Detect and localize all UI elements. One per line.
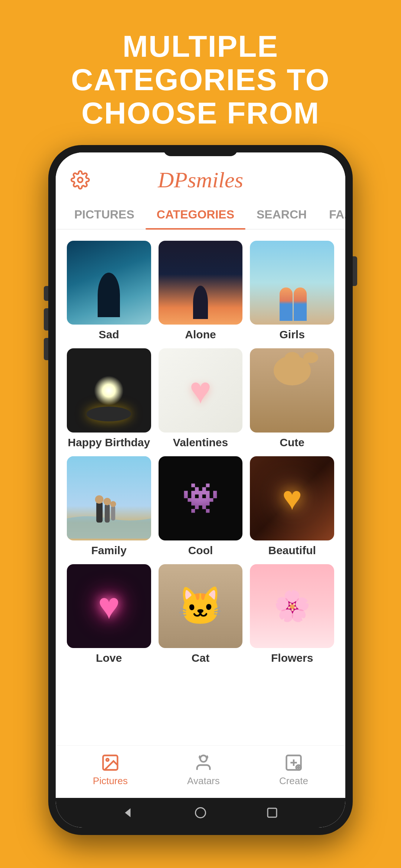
tab-bar: PICTURES CATEGORIES SEARCH FA... [56,200,345,230]
nav-pictures-label: Pictures [93,775,128,787]
category-flowers-thumb [250,564,334,648]
category-family-label: Family [91,544,127,557]
category-valentines-thumb [159,348,243,433]
svg-point-18 [195,808,205,818]
svg-point-7 [110,501,116,507]
svg-point-9 [106,759,109,761]
category-alone-label: Alone [185,328,216,341]
tab-pictures[interactable]: PICTURES [63,200,146,229]
categories-grid: Sad Alone Girls Happy Birthday Val [67,241,334,665]
category-birthday-thumb [67,348,151,433]
nav-avatars-label: Avatars [187,775,220,787]
category-cute[interactable]: Cute [250,348,334,449]
android-nav-bar [56,798,345,828]
category-cat-label: Cat [192,652,209,664]
category-sad-thumb [67,241,151,325]
bottom-nav: Pictures Avatars [56,745,345,798]
pictures-nav-icon [101,753,120,772]
category-happy-birthday[interactable]: Happy Birthday [67,348,151,449]
category-cool-label: Cool [188,544,213,557]
content-area: Sad Alone Girls Happy Birthday Val [56,230,345,745]
svg-point-5 [104,498,111,505]
nav-create-label: Create [279,775,308,787]
svg-point-3 [95,495,104,504]
category-cat[interactable]: Cat [159,564,243,665]
phone-screen: DPsmiles PICTURES CATEGORIES SEARCH FA..… [56,152,345,828]
android-back-button[interactable] [121,805,136,820]
category-girls-thumb [250,241,334,325]
header-title: MULTIPLE CATEGORIES TO CHOOSE FROM [22,30,379,130]
svg-rect-4 [105,504,110,523]
category-girls-label: Girls [279,328,304,341]
category-birthday-label: Happy Birthday [68,436,150,449]
svg-point-0 [78,178,83,183]
category-cat-thumb [159,564,243,648]
category-alone[interactable]: Alone [159,241,243,341]
app-header: DPsmiles [56,152,345,200]
nav-pictures[interactable]: Pictures [93,753,128,787]
category-cool-thumb [159,456,243,540]
nav-create[interactable]: Create [279,753,308,787]
category-valentines-label: Valentines [173,436,228,449]
volume-up-button [44,308,48,331]
page-header: MULTIPLE CATEGORIES TO CHOOSE FROM [0,30,401,130]
settings-icon[interactable] [71,170,90,190]
svg-rect-6 [111,506,115,520]
avatars-nav-icon [194,753,213,772]
nav-avatars[interactable]: Avatars [187,753,220,787]
svg-marker-17 [125,808,130,817]
android-home-button[interactable] [193,805,208,820]
category-beautiful-label: Beautiful [268,544,316,557]
svg-point-10 [200,755,206,762]
category-flowers[interactable]: Flowers [250,564,334,665]
category-cool[interactable]: Cool [159,456,243,557]
svg-rect-19 [268,808,277,817]
category-cute-label: Cute [280,436,304,449]
tab-favorites[interactable]: FA... [318,200,345,229]
phone-frame: DPsmiles PICTURES CATEGORIES SEARCH FA..… [48,145,353,835]
volume-down-button [44,338,48,360]
category-beautiful-thumb [250,456,334,540]
category-girls[interactable]: Girls [250,241,334,341]
create-nav-icon [284,753,303,772]
tab-search[interactable]: SEARCH [245,200,318,229]
android-recents-button[interactable] [265,805,280,820]
tab-categories[interactable]: CATEGORIES [146,200,245,229]
category-alone-thumb [159,241,243,325]
power-button [44,286,48,301]
category-sad[interactable]: Sad [67,241,151,341]
category-valentines[interactable]: Valentines [159,348,243,449]
category-love-thumb [67,564,151,648]
category-flowers-label: Flowers [271,652,313,664]
category-love[interactable]: Love [67,564,151,665]
category-cute-thumb [250,348,334,433]
category-sad-label: Sad [99,328,119,341]
category-family-thumb [67,456,151,540]
volume-buttons [44,286,48,360]
app-logo: DPsmiles [158,167,243,193]
svg-rect-2 [96,502,102,523]
category-beautiful[interactable]: Beautiful [250,456,334,557]
category-love-label: Love [96,652,122,664]
category-family[interactable]: Family [67,456,151,557]
